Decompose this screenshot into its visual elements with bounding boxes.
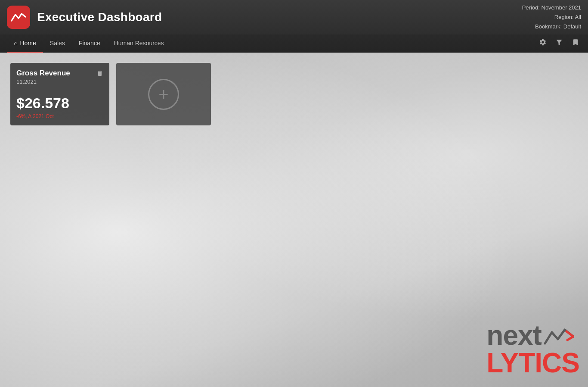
period-label: Period: November 2021 — [522, 3, 581, 12]
main-content: Gross Revenue 11.2021 $26.578 -6%, Δ 202… — [0, 53, 588, 136]
header: Executive Dashboard Period: November 202… — [0, 0, 588, 34]
brand-lytics-text: LYTiCS — [486, 349, 579, 377]
nav-item-home[interactable]: ⌂ Home — [7, 34, 43, 53]
header-meta: Period: November 2021 Region: All Bookma… — [522, 3, 581, 31]
kpi-delete-button[interactable] — [96, 70, 103, 78]
kpi-title-group: Gross Revenue 11.2021 — [16, 69, 70, 85]
kpi-card-header: Gross Revenue 11.2021 — [16, 69, 103, 85]
nav-item-sales[interactable]: Sales — [43, 34, 72, 53]
add-icon: + — [148, 79, 179, 110]
brand-wave-icon — [543, 321, 574, 349]
settings-icon[interactable] — [537, 37, 548, 50]
home-icon: ⌂ — [14, 40, 17, 47]
kpi-value-group: $26.578 -6%, Δ 2021 Oct — [16, 91, 103, 119]
kpi-value: $26.578 — [16, 95, 103, 112]
brand-logo: next LYTiCS — [486, 321, 579, 377]
bookmark-label: Bookmark: Default — [522, 22, 581, 31]
kpi-card-gross-revenue: Gross Revenue 11.2021 $26.578 -6%, Δ 202… — [10, 63, 109, 125]
add-kpi-card[interactable]: + — [116, 63, 211, 125]
filter-icon[interactable] — [554, 37, 565, 50]
navbar: ⌂ Home Sales Finance Human Resources — [0, 34, 588, 53]
page-title: Executive Dashboard — [37, 10, 522, 24]
bookmark-icon[interactable] — [570, 37, 581, 50]
nav-item-finance[interactable]: Finance — [72, 34, 107, 53]
kpi-period: 11.2021 — [16, 78, 70, 85]
nav-item-hr[interactable]: Human Resources — [107, 34, 171, 53]
nav-icon-group — [537, 37, 581, 50]
brand-next-text: next — [486, 321, 574, 349]
kpi-change: -6%, Δ 2021 Oct — [16, 113, 103, 119]
app-logo — [7, 6, 30, 29]
region-label: Region: All — [522, 12, 581, 22]
kpi-title: Gross Revenue — [16, 69, 70, 78]
nav-items: ⌂ Home Sales Finance Human Resources — [7, 34, 537, 53]
